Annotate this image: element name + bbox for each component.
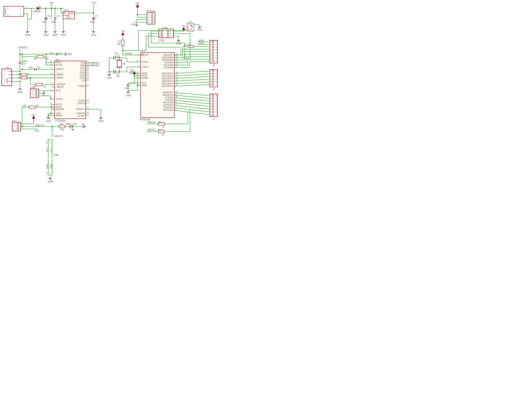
svg-text:GND: GND bbox=[43, 34, 49, 36]
svg-text:31: 31 bbox=[50, 111, 52, 113]
gnd-label: GND bbox=[25, 34, 30, 36]
res-r1: R1 10k bbox=[117, 40, 124, 46]
svg-text:+5V: +5V bbox=[31, 113, 36, 116]
plus5v-arrow: +5V bbox=[31, 113, 36, 123]
svg-text:4: 4 bbox=[149, 21, 150, 24]
svg-text:USBVCC: USBVCC bbox=[35, 124, 44, 126]
svg-text:1: 1 bbox=[138, 53, 139, 55]
svg-text:(T0)PD4: (T0)PD4 bbox=[165, 99, 173, 101]
svg-text:100n: 100n bbox=[49, 52, 54, 55]
d1-value: 1N4004 bbox=[33, 10, 40, 12]
svg-text:24: 24 bbox=[87, 63, 89, 66]
svg-text:GND: GND bbox=[43, 91, 45, 97]
svg-text:4: 4 bbox=[189, 29, 190, 31]
svg-text:AVCC: AVCC bbox=[142, 74, 148, 77]
svg-text:21: 21 bbox=[87, 71, 89, 73]
svg-text:+5V: +5V bbox=[130, 69, 134, 72]
svg-text:7: 7 bbox=[138, 81, 139, 83]
svg-text:R8: R8 bbox=[60, 123, 63, 125]
svg-text:10: 10 bbox=[136, 60, 139, 62]
svg-text:3: 3 bbox=[189, 24, 190, 26]
gnd-symbol bbox=[26, 32, 29, 33]
ic3-ref: IC3 bbox=[55, 58, 59, 61]
svg-rect-208 bbox=[59, 125, 65, 128]
svg-text:USB: USB bbox=[6, 78, 8, 83]
svg-point-270 bbox=[119, 57, 120, 58]
svg-point-640 bbox=[212, 114, 214, 116]
svg-text:VCC: VCC bbox=[46, 148, 49, 152]
svg-text:5: 5 bbox=[160, 35, 161, 37]
svg-point-97 bbox=[21, 69, 23, 70]
ic3-value: FT232BM bbox=[55, 119, 65, 122]
svg-text:18: 18 bbox=[176, 55, 178, 58]
svg-point-352 bbox=[161, 35, 163, 37]
svg-text:22: 22 bbox=[87, 69, 89, 71]
crystal-q1: Q1 bbox=[116, 60, 126, 67]
svg-text:15: 15 bbox=[176, 63, 178, 65]
svg-point-323 bbox=[151, 16, 153, 18]
svg-point-21 bbox=[51, 8, 52, 9]
svg-text:4: 4 bbox=[4, 80, 5, 83]
svg-text:1k: 1k bbox=[162, 126, 165, 128]
svg-rect-67 bbox=[37, 55, 44, 58]
svg-text:TXD: TXD bbox=[81, 62, 85, 64]
svg-text:3: 3 bbox=[149, 19, 150, 21]
svg-point-110 bbox=[19, 71, 21, 72]
cap-c5: C5 100n bbox=[51, 8, 60, 32]
svg-rect-131 bbox=[36, 83, 42, 86]
power-header: POWER 1 2 3 4 bbox=[146, 10, 155, 24]
svg-text:12: 12 bbox=[87, 99, 89, 101]
svg-text:XTAL2: XTAL2 bbox=[142, 61, 148, 63]
svg-text:4: 4 bbox=[170, 33, 171, 35]
svg-text:3: 3 bbox=[4, 77, 5, 79]
ic1-to-j2 bbox=[174, 71, 210, 86]
svg-text:4: 4 bbox=[216, 52, 217, 54]
svg-text:_RESET: _RESET bbox=[56, 86, 64, 88]
svg-text:2: 2 bbox=[216, 57, 217, 59]
res-r8: R8 220 bbox=[59, 123, 65, 131]
svg-rect-159 bbox=[29, 106, 35, 108]
svg-point-141 bbox=[35, 90, 37, 92]
svg-text:1: 1 bbox=[7, 8, 8, 10]
svg-text:IN: IN bbox=[64, 12, 66, 14]
svg-text:3: 3 bbox=[49, 143, 52, 144]
svg-text:M8TXD: M8TXD bbox=[148, 129, 155, 131]
svg-point-332 bbox=[137, 14, 138, 15]
svg-text:GND: GND bbox=[50, 164, 52, 169]
svg-point-610 bbox=[212, 57, 214, 59]
svg-text:11: 11 bbox=[87, 101, 89, 103]
svg-point-372 bbox=[122, 50, 123, 51]
svg-rect-420 bbox=[158, 123, 164, 125]
svg-text:3: 3 bbox=[33, 90, 34, 92]
svg-text:21: 21 bbox=[136, 72, 139, 74]
ic2-ref: IC2 bbox=[64, 9, 68, 11]
svg-point-634 bbox=[212, 106, 214, 107]
svg-text:ICSP: ICSP bbox=[159, 39, 165, 42]
svg-text:(INT1)PD3: (INT1)PD3 bbox=[163, 101, 173, 104]
svg-point-600 bbox=[212, 44, 214, 45]
svg-text:USBVCC: USBVCC bbox=[54, 135, 63, 137]
svg-rect-319 bbox=[147, 12, 155, 24]
svg-point-598 bbox=[212, 41, 214, 43]
svg-text:GND: GND bbox=[198, 42, 204, 44]
svg-text:27: 27 bbox=[176, 74, 178, 76]
svg-point-20 bbox=[45, 8, 46, 9]
svg-text:4: 4 bbox=[216, 75, 217, 77]
svg-text:_RTS: _RTS bbox=[79, 67, 85, 69]
svg-text:GND: GND bbox=[61, 34, 66, 36]
svg-text:100u: 100u bbox=[90, 21, 95, 23]
svg-text:3: 3 bbox=[176, 106, 177, 108]
svg-point-620 bbox=[212, 78, 214, 80]
svg-text:3: 3 bbox=[216, 108, 217, 110]
svg-text:16: 16 bbox=[176, 61, 178, 63]
ic1-to-j1 bbox=[174, 93, 210, 115]
svg-text:2: 2 bbox=[4, 74, 5, 76]
svg-text:4: 4 bbox=[176, 103, 177, 105]
svg-text:GND: GND bbox=[66, 16, 71, 18]
svg-text:VCCIO: VCCIO bbox=[56, 64, 62, 66]
icsp-header: ICSP ICSP 1 2 3 4 5 6 bbox=[159, 26, 173, 42]
svg-text:_SLEEP: _SLEEP bbox=[77, 115, 85, 117]
svg-rect-426 bbox=[158, 130, 164, 133]
svg-text:13: 13 bbox=[176, 91, 178, 93]
svg-marker-194 bbox=[32, 116, 35, 119]
